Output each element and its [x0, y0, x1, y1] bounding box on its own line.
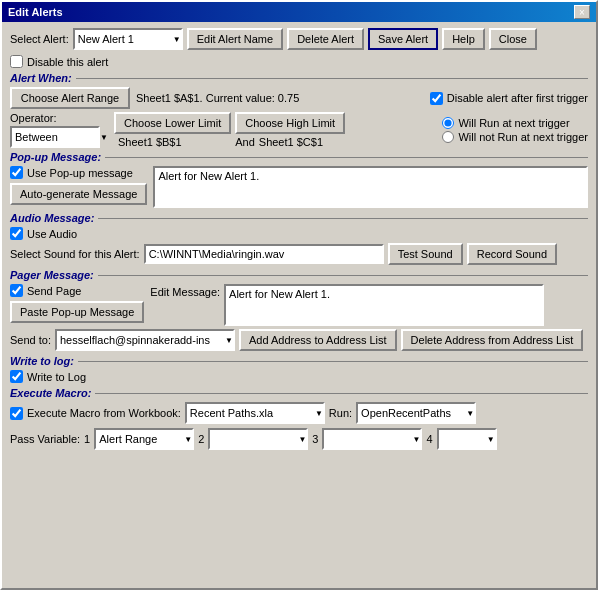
- use-popup-checkbox[interactable]: [10, 166, 23, 179]
- send-to-dropdown[interactable]: hesselflach@spinnakeradd-ins: [55, 329, 235, 351]
- pass-variable-label: Pass Variable:: [10, 433, 80, 445]
- and-label: And: [235, 136, 255, 148]
- add-address-button[interactable]: Add Address to Address List: [239, 329, 397, 351]
- alert-when-divider: [76, 78, 588, 79]
- var1-dropdown[interactable]: Alert Range: [94, 428, 194, 450]
- audio-divider: [98, 218, 588, 219]
- run-dropdown[interactable]: OpenRecentPaths: [356, 402, 476, 424]
- cell-info: Sheet1 $A$1. Current value: 0.75: [136, 92, 299, 104]
- send-page-checkbox-label[interactable]: Send Page: [10, 284, 144, 297]
- will-run-radio[interactable]: [442, 117, 454, 129]
- will-not-run-radio-label[interactable]: Will not Run at next trigger: [442, 131, 588, 143]
- popup-section-label: Pop-up Message:: [10, 151, 101, 163]
- window-close-button[interactable]: ×: [574, 5, 590, 19]
- paste-popup-button[interactable]: Paste Pop-up Message: [10, 301, 144, 323]
- edit-message-label: Edit Message:: [150, 286, 220, 298]
- edit-alerts-window: Edit Alerts × Select Alert: New Alert 1 …: [0, 0, 598, 590]
- execute-macro-checkbox-label[interactable]: Execute Macro from Workbook:: [10, 407, 181, 420]
- use-popup-checkbox-label[interactable]: Use Pop-up message: [10, 166, 147, 179]
- popup-message-textarea[interactable]: Alert for New Alert 1.: [153, 166, 588, 208]
- send-to-label: Send to:: [10, 334, 51, 346]
- close-button[interactable]: Close: [489, 28, 537, 50]
- select-alert-label: Select Alert:: [10, 33, 69, 45]
- var3-label: 3: [312, 433, 318, 445]
- var3-dropdown[interactable]: [322, 428, 422, 450]
- choose-alert-range-button[interactable]: Choose Alert Range: [10, 87, 130, 109]
- var2-dropdown[interactable]: [208, 428, 308, 450]
- audio-section-label: Audio Message:: [10, 212, 94, 224]
- test-sound-button[interactable]: Test Sound: [388, 243, 463, 265]
- use-audio-checkbox-label[interactable]: Use Audio: [10, 227, 588, 240]
- write-to-log-checkbox-label[interactable]: Write to Log: [10, 370, 588, 383]
- alert-when-section-label: Alert When:: [10, 72, 72, 84]
- disable-alert-label: Disable this alert: [27, 56, 108, 68]
- workbook-dropdown[interactable]: Recent Paths.xla: [185, 402, 325, 424]
- auto-generate-button[interactable]: Auto-generate Message: [10, 183, 147, 205]
- upper-cell: Sheet1 $C$1: [259, 136, 323, 148]
- disable-after-trigger-label[interactable]: Disable alert after first trigger: [430, 92, 588, 105]
- operator-dropdown[interactable]: Between: [10, 126, 100, 148]
- send-page-checkbox[interactable]: [10, 284, 23, 297]
- record-sound-button[interactable]: Record Sound: [467, 243, 557, 265]
- write-to-log-section-label: Write to log:: [10, 355, 74, 367]
- use-audio-checkbox[interactable]: [10, 227, 23, 240]
- delete-alert-button[interactable]: Delete Alert: [287, 28, 364, 50]
- write-to-log-checkbox[interactable]: [10, 370, 23, 383]
- sound-path-input[interactable]: [144, 244, 384, 264]
- disable-after-trigger-checkbox[interactable]: [430, 92, 443, 105]
- will-run-radio-label[interactable]: Will Run at next trigger: [442, 117, 588, 129]
- var1-label: 1: [84, 433, 90, 445]
- choose-high-limit-button[interactable]: Choose High Limit: [235, 112, 345, 134]
- delete-address-button[interactable]: Delete Address from Address List: [401, 329, 584, 351]
- pager-divider: [98, 275, 588, 276]
- edit-alert-name-button[interactable]: Edit Alert Name: [187, 28, 283, 50]
- pager-message-textarea[interactable]: Alert for New Alert 1.: [224, 284, 544, 326]
- execute-macro-section-label: Execute Macro:: [10, 387, 91, 399]
- var2-label: 2: [198, 433, 204, 445]
- execute-macro-checkbox[interactable]: [10, 407, 23, 420]
- help-button[interactable]: Help: [442, 28, 485, 50]
- disable-alert-checkbox-label[interactable]: Disable this alert: [10, 55, 588, 68]
- disable-alert-checkbox[interactable]: [10, 55, 23, 68]
- operator-arrow: ▼: [100, 133, 108, 142]
- run-label: Run:: [329, 407, 352, 419]
- lower-cell: Sheet1 $B$1: [114, 136, 231, 148]
- write-to-log-divider: [78, 361, 588, 362]
- pager-section-label: Pager Message:: [10, 269, 94, 281]
- save-alert-button[interactable]: Save Alert: [368, 28, 438, 50]
- var4-label: 4: [426, 433, 432, 445]
- title-bar: Edit Alerts ×: [2, 2, 596, 22]
- choose-lower-limit-button[interactable]: Choose Lower Limit: [114, 112, 231, 134]
- window-title: Edit Alerts: [8, 6, 63, 18]
- execute-macro-divider: [95, 393, 588, 394]
- will-not-run-radio[interactable]: [442, 131, 454, 143]
- popup-divider: [105, 157, 588, 158]
- select-sound-label: Select Sound for this Alert:: [10, 248, 140, 260]
- operator-label: Operator:: [10, 112, 110, 124]
- select-alert-dropdown[interactable]: New Alert 1: [73, 28, 183, 50]
- var4-dropdown[interactable]: [437, 428, 497, 450]
